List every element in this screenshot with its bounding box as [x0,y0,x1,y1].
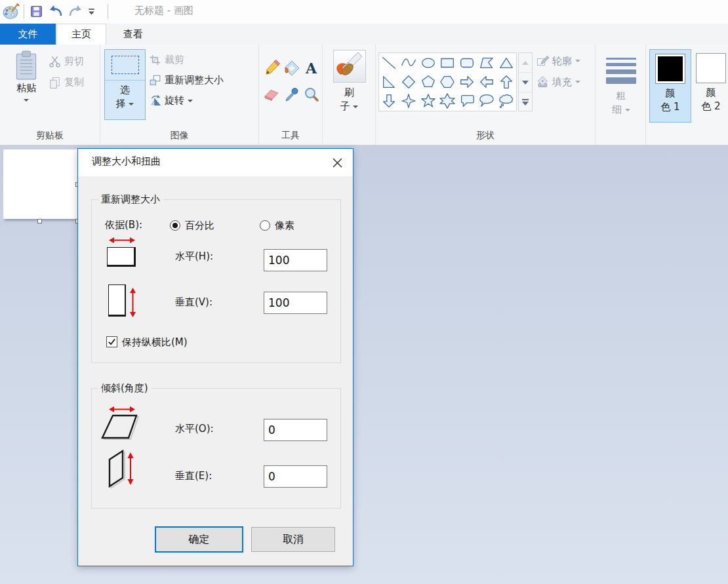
fill-tool-icon[interactable] [283,59,300,77]
shape-diamond-icon[interactable] [399,72,418,91]
select-label-line1: 选 [120,83,130,97]
outline-icon [536,54,549,68]
select-dropdown-icon [129,103,134,106]
shape-star-5-icon[interactable] [418,92,438,111]
shape-pentagon-icon[interactable] [418,72,438,91]
tab-file[interactable]: 文件 [0,24,56,45]
skew-vertical-label: 垂直(E): [175,470,212,482]
resize-vertical-input[interactable] [264,292,327,314]
canvas-resize-handle-bottom[interactable] [37,219,42,224]
color1-swatch [655,54,685,84]
shape-arrow-left-icon[interactable] [477,72,496,91]
shape-rounded-rectangle-icon[interactable] [457,53,477,72]
clipboard-group-label: 剪贴板 [0,130,100,142]
shape-gallery-scrollbar [518,52,533,111]
brush-preview-frame [333,50,366,83]
brushes-label-line2: 子 [340,100,359,113]
text-tool-glyph: A [306,61,317,75]
shape-callout-oval-icon[interactable] [477,92,496,111]
shapes-scroll-up-button[interactable] [519,53,532,73]
tab-home[interactable]: 主页 [56,24,106,45]
tools-group-label: 工具 [259,130,322,142]
skew-group-legend: 倾斜(角度) [98,382,152,395]
pixels-radio[interactable] [260,220,270,231]
crop-button[interactable]: 裁剪 [149,54,184,66]
shape-ellipse-icon[interactable] [418,53,438,72]
close-icon [333,158,342,168]
color1-button[interactable]: 颜 色 1 [649,49,691,123]
shape-arrow-down-icon[interactable] [379,92,399,111]
resize-horizontal-input[interactable] [264,249,327,271]
expand-bar-icon [522,99,529,100]
magnifier-tool-icon[interactable] [302,85,320,103]
color2-swatch [696,53,726,83]
resize-groupbox: 重新调整大小 依据(B): 百分比 像素 水平(H): 垂直(V): 保持纵横比… [91,199,341,363]
select-button[interactable]: 选 择 [104,49,146,120]
select-icon-area [105,50,145,81]
select-label-line2: 择 [116,97,134,111]
color-picker-tool-icon[interactable] [283,85,300,103]
skew-groupbox: 倾斜(角度) 水平(O): 垂直(E): [91,388,341,509]
shape-arrow-right-icon[interactable] [457,72,477,91]
horizontal-resize-pictogram [107,247,136,267]
shape-line-icon[interactable] [379,53,399,72]
shape-polygon-icon[interactable] [477,53,496,72]
paste-button[interactable]: 粘贴 [8,50,45,127]
dialog-titlebar: 调整大小和扭曲 [78,149,353,176]
shape-triangle-icon[interactable] [496,53,516,72]
shape-callout-cloud-icon[interactable] [496,92,516,111]
cut-button[interactable]: 剪切 [49,55,84,68]
shape-hexagon-icon[interactable] [438,72,458,91]
shape-star-4-icon[interactable] [399,92,418,111]
brushes-dropdown-icon [353,106,358,108]
resize-label: 重新调整大小 [165,74,224,87]
save-icon[interactable] [30,5,43,18]
rotate-button[interactable]: 旋转 [149,94,193,107]
skew-horizontal-input[interactable] [264,419,327,441]
shape-right-triangle-icon[interactable] [379,72,399,91]
redo-icon[interactable] [67,5,83,18]
skew-vertical-input[interactable] [264,465,327,488]
resize-button[interactable]: 重新调整大小 [149,74,224,87]
shape-gallery [378,52,517,111]
maintain-aspect-checkbox[interactable] [106,336,117,347]
shape-rectangle-icon[interactable] [438,53,458,72]
undo-icon[interactable] [49,5,64,18]
copy-icon [49,76,61,88]
size-button[interactable]: 粗 细 [601,52,641,126]
qat-separator [24,5,24,19]
outline-button[interactable]: 轮廓 [536,54,580,68]
shape-arrow-up-icon[interactable] [496,72,516,91]
shape-fill-button[interactable]: 填充 [536,75,580,88]
shape-callout-rounded-icon[interactable] [457,92,477,111]
shapes-group-label: 形状 [376,130,595,142]
tab-view[interactable]: 查看 [109,24,157,45]
percent-radio[interactable] [170,220,180,231]
image-group-label: 图像 [100,130,258,142]
shapes-scroll-down-button[interactable] [519,73,532,92]
pencil-tool-icon[interactable] [263,59,281,77]
shapes-expand-button[interactable] [519,92,532,111]
copy-button[interactable]: 复制 [49,76,84,88]
title-separator [108,5,108,19]
eraser-tool-icon[interactable] [263,85,281,103]
clipboard-icon [14,50,39,81]
resize-group-legend: 重新调整大小 [98,193,163,206]
drawing-canvas[interactable] [3,149,77,219]
crop-icon [149,54,161,66]
shape-curve-icon[interactable] [399,53,418,72]
brushes-button[interactable]: 刷 子 [329,50,369,123]
vertical-skew-pictogram [104,450,141,489]
copy-label: 复制 [64,76,84,88]
expand-arrow-icon [522,102,529,106]
ok-button[interactable]: 确定 [155,526,243,553]
select-rectangle-icon [111,56,139,74]
dialog-close-button[interactable] [329,155,345,170]
group-clipboard: 粘贴 剪切 复制 剪贴板 [0,45,100,145]
skew-horizontal-label: 水平(O): [175,423,214,435]
color2-button[interactable]: 颜 色 2 [694,49,728,123]
shape-star-6-icon[interactable] [438,92,458,111]
text-tool-icon[interactable]: A [302,59,320,77]
qat-customize-icon[interactable] [87,7,96,16]
cancel-button[interactable]: 取消 [251,527,335,552]
